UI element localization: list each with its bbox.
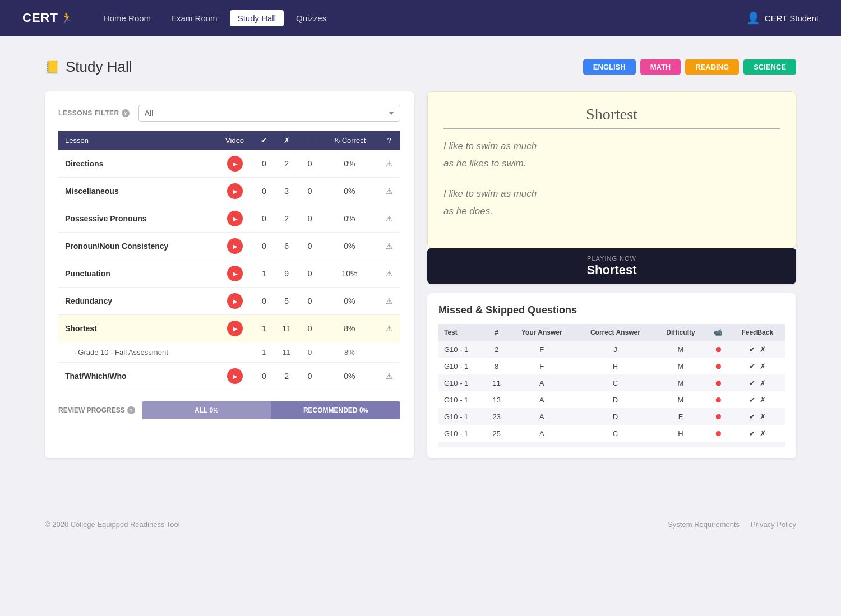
sub-row-video (216, 342, 253, 363)
lesson-video[interactable] (216, 233, 253, 260)
x-icon[interactable]: ✗ (760, 379, 766, 387)
lesson-pct: 0% (321, 150, 378, 178)
missed-row: G10 - 1 11 A C M ⏺ ✔ ✗ (438, 374, 785, 391)
play-button[interactable] (227, 238, 243, 254)
x-icon[interactable]: ✗ (760, 429, 766, 438)
lesson-warn[interactable]: ⚠ (378, 288, 400, 315)
lesson-video[interactable] (216, 178, 253, 205)
missed-tbody: G10 - 1 2 F J M ⏺ ✔ ✗ G10 - 1 8 F H M ⏺ … (438, 341, 785, 447)
lesson-warn[interactable]: ⚠ (378, 315, 400, 342)
missed-feedback: ✔ ✗ (730, 425, 785, 442)
play-button[interactable] (227, 183, 243, 199)
lesson-video[interactable] (216, 260, 253, 288)
playing-now-label: PLAYING NOW (436, 255, 787, 262)
lesson-name: Shortest (58, 315, 216, 342)
lesson-warn[interactable]: ⚠ (378, 363, 400, 390)
col-lesson: Lesson (58, 131, 216, 150)
page-title-text: Study Hall (66, 58, 132, 76)
missed-num: 2 (485, 341, 508, 358)
check-icon[interactable]: ✔ (749, 446, 755, 448)
subject-tab-math[interactable]: MATH (640, 59, 681, 75)
video-play-icon[interactable]: ⏺ (714, 362, 722, 370)
missed-video[interactable]: ⏺ (706, 341, 730, 358)
missed-col-video: 📹 (706, 324, 730, 341)
check-icon[interactable]: ✔ (749, 429, 755, 438)
subject-tab-science[interactable]: SCIENCE (743, 59, 796, 75)
x-icon[interactable]: ✗ (760, 396, 766, 404)
footer-link-system-requirements[interactable]: System Requirements (668, 520, 740, 529)
lesson-warn[interactable]: ⚠ (378, 233, 400, 260)
missed-test: G10 - 1 (438, 425, 485, 442)
lesson-name: Possessive Pronouns (58, 205, 216, 233)
video-play-icon[interactable]: ⏺ (714, 378, 722, 387)
check-icon[interactable]: ✔ (749, 413, 755, 421)
check-icon[interactable]: ✔ (749, 362, 755, 370)
missed-video[interactable]: ⏺ (706, 425, 730, 442)
missed-video[interactable]: ⏺ (706, 408, 730, 425)
check-icon[interactable]: ✔ (749, 345, 755, 354)
play-button[interactable] (227, 368, 243, 384)
playing-now-bar[interactable]: PLAYING NOW Shortest (427, 248, 796, 284)
x-icon[interactable]: ✗ (760, 413, 766, 421)
lesson-video[interactable] (216, 288, 253, 315)
nav-link-home-room[interactable]: Home Room (96, 10, 159, 26)
video-play-icon[interactable]: ⏺ (714, 412, 722, 421)
subject-tab-english[interactable]: ENGLISH (583, 59, 636, 75)
play-button[interactable] (227, 211, 243, 226)
missed-col-test: Test (438, 324, 485, 341)
missed-correct: H (575, 358, 655, 374)
lesson-wrong: 2 (274, 205, 298, 233)
col-info: ? (378, 131, 400, 150)
table-head: Lesson Video ✔ ✗ — % Correct ? (58, 131, 400, 150)
progress-all-text: ALL 0 (195, 406, 213, 414)
nav-link-exam-room[interactable]: Exam Room (163, 10, 225, 26)
video-play-icon[interactable]: ⏺ (714, 395, 722, 404)
lesson-wrong: 6 (274, 233, 298, 260)
check-icon[interactable]: ✔ (749, 396, 755, 404)
lessons-filter-select[interactable]: All Video Correct Incorrect (138, 105, 400, 122)
nav-link-quizzes[interactable]: Quizzes (288, 10, 334, 26)
warning-icon: ⚠ (386, 242, 393, 251)
lesson-correct: 1 (253, 315, 274, 342)
progress-help-icon[interactable]: ? (127, 406, 135, 414)
video-play-icon[interactable]: ⏺ (714, 429, 722, 438)
lesson-video[interactable] (216, 363, 253, 390)
missed-correct: D (575, 408, 655, 425)
play-button[interactable] (227, 266, 243, 281)
x-icon[interactable]: ✗ (760, 345, 766, 354)
missed-video[interactable]: ⏺ (706, 374, 730, 391)
lesson-warn[interactable]: ⚠ (378, 150, 400, 178)
video-play-icon[interactable]: ⏺ (714, 446, 722, 447)
missed-video[interactable]: ⏺ (706, 391, 730, 408)
table-row: Miscellaneous 0 3 0 0% ⚠ (58, 178, 400, 205)
missed-video[interactable]: ⏺ (706, 442, 730, 447)
lesson-pct: 0% (321, 288, 378, 315)
play-button[interactable] (227, 156, 243, 172)
lesson-video[interactable] (216, 150, 253, 178)
nav-link-study-hall[interactable]: Study Hall (230, 10, 284, 26)
progress-all: ALL 0% (142, 401, 271, 419)
footer-link-privacy-policy[interactable]: Privacy Policy (751, 520, 796, 529)
x-icon[interactable]: ✗ (760, 446, 766, 448)
missed-test: G10 - 1 (438, 358, 485, 374)
lesson-pct: 0% (321, 363, 378, 390)
lesson-warn[interactable]: ⚠ (378, 178, 400, 205)
video-play-icon[interactable]: ⏺ (714, 345, 722, 354)
x-icon[interactable]: ✗ (760, 362, 766, 370)
missed-video[interactable]: ⏺ (706, 358, 730, 374)
missed-num: 11 (485, 374, 508, 391)
navigation: CERT🏃 Home RoomExam RoomStudy HallQuizze… (0, 0, 841, 36)
play-button[interactable] (227, 293, 243, 309)
lesson-correct: 0 (253, 363, 274, 390)
footer-links: System RequirementsPrivacy Policy (668, 520, 796, 529)
subject-tab-reading[interactable]: READING (685, 59, 739, 75)
progress-bar: ALL 0% RECOMMENDED 0% (142, 401, 400, 419)
lesson-warn[interactable]: ⚠ (378, 205, 400, 233)
check-icon[interactable]: ✔ (749, 379, 755, 387)
lesson-video[interactable] (216, 315, 253, 342)
lesson-warn[interactable]: ⚠ (378, 260, 400, 288)
play-button[interactable] (227, 321, 243, 336)
lesson-video[interactable] (216, 205, 253, 233)
flashcard: Shortest I like to swim as much as he li… (427, 91, 796, 248)
filter-help-icon[interactable]: ? (122, 109, 130, 117)
